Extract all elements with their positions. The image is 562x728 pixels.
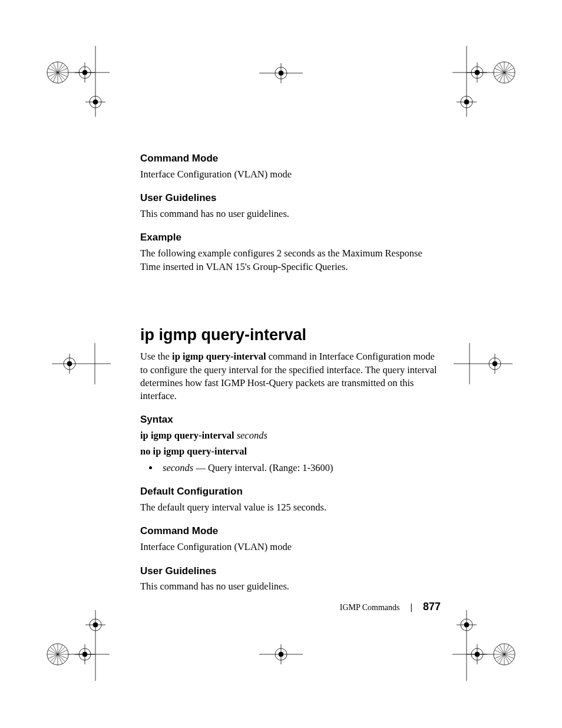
page: Command Mode Interface Configuration (VL… xyxy=(0,0,562,728)
heading-command-title: ip igmp query-interval xyxy=(140,324,441,345)
cropmark-top-center xyxy=(259,59,303,87)
cropmark-top-left xyxy=(45,46,110,117)
syntax-line-2: no ip igmp query-interval xyxy=(140,445,441,458)
text-command-mode-1: Interface Configuration (VLAN) mode xyxy=(140,168,441,181)
heading-default-config: Default Configuration xyxy=(140,485,441,499)
heading-command-mode-1: Command Mode xyxy=(140,152,441,166)
heading-user-guidelines-1: User Guidelines xyxy=(140,192,441,205)
heading-syntax: Syntax xyxy=(140,413,441,427)
page-content: Command Mode Interface Configuration (VL… xyxy=(140,152,441,604)
cropmark-bottom-left xyxy=(45,610,110,681)
cropmark-bottom-center xyxy=(259,640,303,668)
text-user-guidelines-2: This command has no user guidelines. xyxy=(140,580,441,593)
intro-bold: ip igmp query-interval xyxy=(172,351,266,362)
text-command-intro: Use the ip igmp query-interval command i… xyxy=(140,350,441,403)
syntax-line-1: ip igmp query-interval seconds xyxy=(140,429,441,442)
footer-page-number: 877 xyxy=(423,601,441,612)
footer-separator: | xyxy=(410,602,412,613)
text-default-config: The default query interval value is 125 … xyxy=(140,501,441,514)
footer-chapter: IGMP Commands xyxy=(340,603,400,612)
bullet-rest: — Query interval. (Range: 1-3600) xyxy=(193,462,333,473)
text-example: The following example configures 2 secon… xyxy=(140,247,441,274)
syntax-bullets: seconds — Query interval. (Range: 1-3600… xyxy=(140,462,441,475)
text-command-mode-2: Interface Configuration (VLAN) mode xyxy=(140,541,441,554)
cropmark-bottom-right xyxy=(452,610,517,681)
cropmark-right-middle xyxy=(454,343,513,384)
syntax1-bold: ip igmp query-interval xyxy=(140,430,237,441)
bullet-ital: seconds xyxy=(163,462,193,473)
syntax1-ital: seconds xyxy=(237,430,267,441)
syntax-bullet-1: seconds — Query interval. (Range: 1-3600… xyxy=(159,462,441,475)
heading-user-guidelines-2: User Guidelines xyxy=(140,565,441,578)
cropmark-left-middle xyxy=(52,343,111,384)
spacer xyxy=(140,284,441,324)
text-user-guidelines-1: This command has no user guidelines. xyxy=(140,207,441,220)
heading-example: Example xyxy=(140,231,441,245)
heading-command-mode-2: Command Mode xyxy=(140,525,441,538)
page-footer: IGMP Commands | 877 xyxy=(140,599,441,614)
intro-pre: Use the xyxy=(140,351,172,362)
cropmark-top-right xyxy=(452,46,517,117)
